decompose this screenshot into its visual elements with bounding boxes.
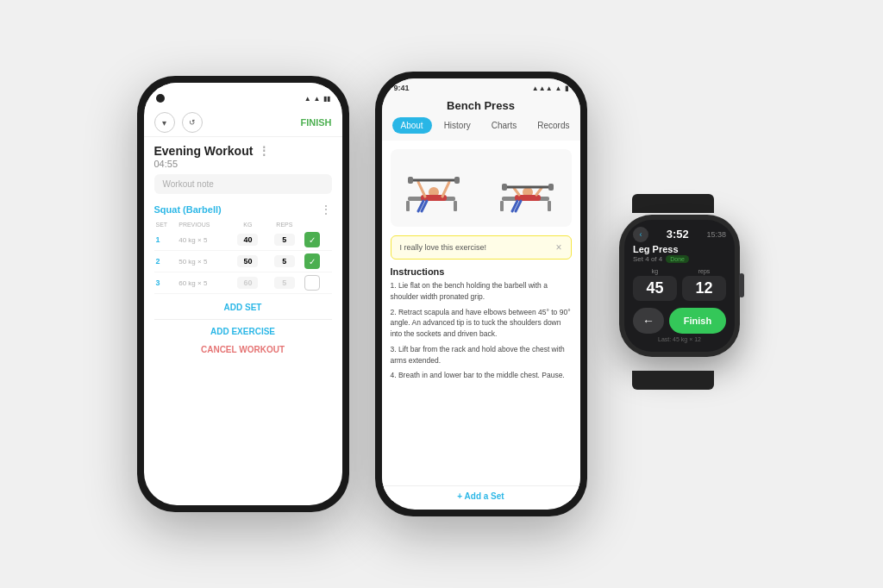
phone2-content: I really love this exercise! × Instructi…	[382, 141, 580, 503]
toolbar-left: ▾ ↺	[154, 112, 203, 133]
signal-icon: ▲	[304, 95, 311, 103]
watch-inputs: kg 45 reps 12	[633, 268, 726, 301]
set-info-text: Set 4 of 4	[633, 255, 662, 263]
svg-rect-13	[500, 201, 504, 211]
watch-reps-group: reps 12	[682, 268, 726, 301]
table-row: 3 60 kg × 5 60 5	[154, 272, 332, 294]
exercise-image-1	[391, 149, 478, 227]
check-icon-1[interactable]: ✓	[304, 232, 320, 247]
set-kg-3[interactable]: 60	[237, 277, 258, 289]
reps-label: reps	[682, 268, 726, 274]
workout-note-input[interactable]: Workout note	[154, 174, 332, 194]
svg-rect-2	[454, 201, 457, 211]
set-num-3: 3	[156, 278, 160, 287]
instruction-4: 4. Breath in and lower bar to the middle…	[391, 370, 572, 381]
instructions-text: 1. Lie flat on the bench holding the bar…	[391, 280, 572, 381]
set-kg-2[interactable]: 50	[237, 255, 258, 267]
cancel-workout-button[interactable]: CANCEL WORKOUT	[154, 341, 332, 358]
set-num-2: 2	[156, 257, 160, 266]
set-prev-2: 50 kg × 5	[178, 258, 207, 266]
watch-exercise-name: Leg Press	[633, 244, 726, 254]
status-time: 9:41	[394, 84, 410, 92]
exercise-title: Bench Press	[382, 96, 580, 117]
apple-watch: ‹ 3:52 15:38 Leg Press Set 4 of 4 Done k…	[613, 215, 747, 374]
watch-timer: 3:52	[667, 228, 689, 241]
watch-prev-button[interactable]: ←	[633, 308, 664, 334]
instruction-3: 3. Lift bar from the rack and hold above…	[391, 344, 572, 366]
exercise-images	[391, 149, 572, 227]
watch-band-bottom	[632, 371, 714, 390]
signal-icon: ▲▲▲	[532, 84, 553, 92]
svg-line-5	[418, 182, 425, 197]
watch-screen: ‹ 3:52 15:38 Leg Press Set 4 of 4 Done k…	[624, 220, 735, 352]
add-exercise-button[interactable]: ADD EXERCISE	[154, 323, 332, 340]
phone1-toolbar: ▾ ↺ FINISH	[144, 109, 342, 137]
set-reps-3[interactable]: 5	[274, 277, 295, 289]
phone2-device: 9:41 ▲▲▲ ▲ ▮ Bench Press About History C…	[375, 72, 587, 516]
svg-rect-8	[408, 177, 413, 184]
scene: ▲ ▲ ▮▮ ▾ ↺ FINISH Evening Workout ⋮ 0	[111, 46, 773, 542]
wifi-icon: ▲	[314, 95, 321, 103]
watch-back-button[interactable]: ‹	[633, 227, 648, 242]
tab-history[interactable]: History	[435, 117, 479, 134]
watch-last-label: Last: 45 kg × 12	[633, 336, 726, 342]
set-kg-1[interactable]: 40	[237, 234, 258, 246]
instructions-title: Instructions	[391, 266, 572, 277]
set-prev-1: 40 kg × 5	[178, 236, 207, 244]
svg-rect-1	[406, 201, 410, 211]
watch-finish-button[interactable]: Finish	[669, 308, 726, 334]
table-row: 1 40 kg × 5 40 5 ✓	[154, 229, 332, 251]
instruction-2: 2. Retract scapula and have elbows betwe…	[391, 307, 572, 340]
phone1-content: Evening Workout ⋮ 04:55 Workout note Squ…	[144, 137, 342, 366]
add-set-button[interactable]: ADD SET	[154, 299, 332, 316]
tab-charts[interactable]: Charts	[483, 117, 525, 134]
table-row: 2 50 kg × 5 50 5 ✓	[154, 251, 332, 272]
close-icon[interactable]: ×	[555, 241, 561, 253]
phone1-statusbar: ▲ ▲ ▮▮	[144, 83, 342, 109]
status-right: ▲▲▲ ▲ ▮	[532, 84, 568, 92]
watch-crown[interactable]	[739, 273, 744, 297]
exercise-image-2	[485, 149, 572, 227]
tab-about[interactable]: About	[392, 117, 432, 134]
exercise-menu-icon[interactable]: ⋮	[320, 203, 332, 216]
chevron-down-icon[interactable]: ▾	[154, 112, 175, 133]
col-previous: PREVIOUS	[177, 220, 229, 229]
check-icon-2[interactable]: ✓	[304, 253, 320, 269]
camera-dot	[156, 94, 165, 103]
col-kg: KG	[229, 220, 266, 229]
workout-menu-icon[interactable]: ⋮	[258, 144, 270, 158]
phone2-statusbar: 9:41 ▲▲▲ ▲ ▮	[382, 78, 580, 96]
sets-table: SET PREVIOUS KG REPS 1 40 kg × 5 40	[154, 220, 332, 294]
exercise-note: I really love this exercise! ×	[391, 235, 572, 260]
set-reps-1[interactable]: 5	[274, 234, 295, 246]
watch-kg-group: kg 45	[633, 268, 677, 301]
history-icon[interactable]: ↺	[182, 112, 203, 133]
workout-time: 04:55	[154, 159, 332, 169]
set-num-1: 1	[156, 235, 160, 244]
svg-rect-21	[548, 184, 554, 191]
tab-records[interactable]: Records	[529, 117, 578, 134]
set-reps-2[interactable]: 5	[274, 255, 295, 267]
watch-set-info: Set 4 of 4 Done	[633, 255, 726, 263]
svg-rect-14	[548, 201, 551, 211]
col-reps: REPS	[266, 220, 303, 229]
reps-value[interactable]: 12	[682, 276, 726, 301]
watch-topbar: ‹ 3:52 15:38	[633, 227, 726, 242]
kg-label: kg	[633, 268, 677, 274]
status-icons: ▲ ▲ ▮▮	[304, 95, 330, 103]
kg-value[interactable]: 45	[633, 276, 677, 301]
finish-button[interactable]: FINISH	[300, 117, 331, 128]
watch-system-time: 15:38	[706, 230, 726, 239]
check-icon-3[interactable]	[304, 275, 320, 291]
wifi-icon: ▲	[555, 84, 562, 92]
battery-icon: ▮▮	[323, 95, 330, 103]
exercise-header: Squat (Barbell) ⋮	[154, 203, 332, 216]
workout-title-text: Evening Workout	[154, 144, 254, 158]
add-set-bar[interactable]: + Add a Set	[382, 485, 580, 501]
col-set: SET	[154, 220, 178, 229]
done-badge: Done	[666, 255, 689, 263]
watch-band-top	[632, 194, 714, 213]
note-text: I really love this exercise!	[400, 243, 487, 252]
set-prev-3: 60 kg × 5	[178, 279, 207, 287]
phone1-device: ▲ ▲ ▮▮ ▾ ↺ FINISH Evening Workout ⋮ 0	[137, 76, 349, 512]
